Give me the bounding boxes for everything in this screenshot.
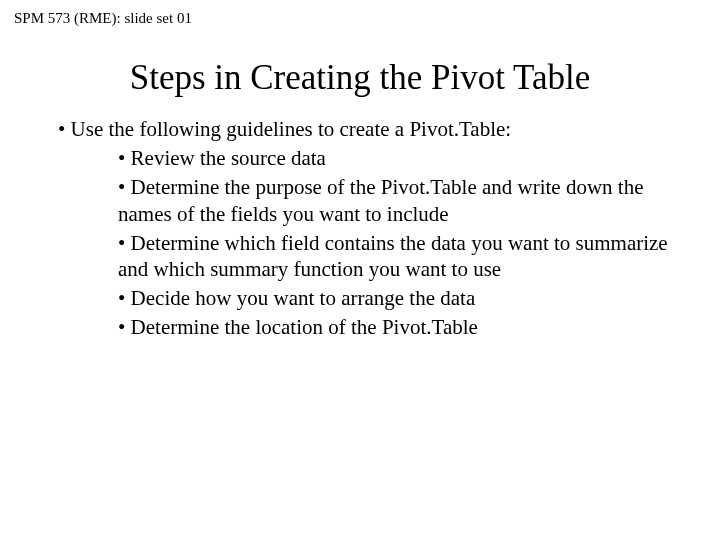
sub-bullet: • Decide how you want to arrange the dat… — [118, 285, 670, 312]
sub-bullet-list: • Review the source data • Determine the… — [118, 145, 670, 341]
lead-bullet: • Use the following guidelines to create… — [58, 116, 670, 143]
slide-title: Steps in Creating the Pivot Table — [0, 58, 720, 98]
sub-bullet: • Determine the location of the Pivot.Ta… — [118, 314, 670, 341]
sub-bullet: • Review the source data — [118, 145, 670, 172]
sub-bullet: • Determine which field contains the dat… — [118, 230, 670, 284]
slide-header: SPM 573 (RME): slide set 01 — [14, 10, 192, 27]
sub-bullet: • Determine the purpose of the Pivot.Tab… — [118, 174, 670, 228]
slide-body: • Use the following guidelines to create… — [58, 116, 670, 343]
